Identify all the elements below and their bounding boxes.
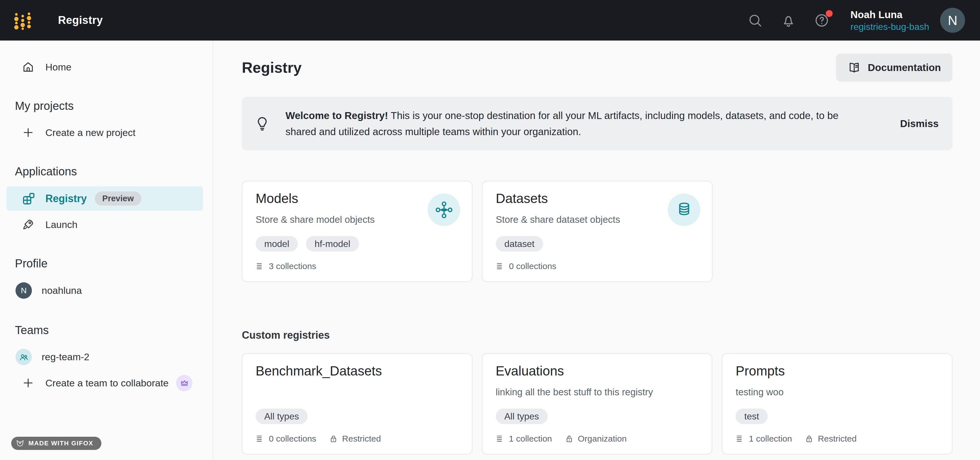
help-icon[interactable] (814, 12, 830, 29)
custom-registries-heading: Custom registries (242, 329, 953, 341)
card-description: Store & share dataset objects (496, 214, 620, 225)
card-tags: All types (256, 409, 308, 424)
card-footer: 1 collection Organization (496, 434, 640, 444)
collections-count: 0 collections (256, 434, 316, 444)
made-with-gifox-badge[interactable]: MADE WITH GIFOX (11, 437, 102, 450)
card-tags: test (736, 409, 768, 424)
lightbulb-icon (254, 115, 270, 132)
sidebar-section-applications: Applications (0, 163, 213, 179)
registry-grid-icon (22, 192, 36, 206)
sidebar-item-label: Registry (45, 193, 87, 205)
tag-pill: test (736, 409, 768, 424)
sidebar-item-label: noahluna (41, 285, 82, 296)
welcome-banner-title: Welcome to Registry! (285, 110, 388, 121)
visibility-status: Organization (565, 434, 627, 444)
custom-registries-row: Benchmark_Datasets All types 0 collectio… (242, 353, 953, 455)
rocket-icon (22, 218, 35, 231)
welcome-banner-text: Welcome to Registry! This is your one-st… (285, 107, 899, 140)
home-icon (22, 61, 35, 73)
sidebar-item-label: Launch (45, 219, 78, 230)
unlock-icon (565, 434, 574, 443)
sidebar-item-launch[interactable]: Launch (0, 213, 213, 236)
sidebar: Home My projects Create a new project Ap… (0, 40, 213, 460)
sidebar-section-profile: Profile (0, 255, 213, 272)
sidebar-item-registry-active[interactable]: Registry Preview (6, 186, 203, 211)
tag-pill: model (256, 236, 298, 252)
sidebar-item-team[interactable]: reg-team-2 (0, 344, 213, 369)
user-name: Noah Luna (851, 8, 902, 21)
avatar: N (16, 282, 32, 299)
collections-list-icon (256, 434, 265, 443)
tag-pill: hf-model (306, 236, 359, 252)
visibility-status: Restricted (329, 434, 381, 444)
user-account-menu[interactable]: Noah Luna registries-bug-bash (851, 8, 929, 32)
sidebar-section-teams: Teams (0, 322, 213, 338)
made-with-gifox-label: MADE WITH GIFOX (29, 439, 93, 447)
registry-card-benchmark-datasets[interactable]: Benchmark_Datasets All types 0 collectio… (242, 353, 473, 455)
lock-icon (805, 434, 814, 443)
registry-card-prompts[interactable]: Prompts testing woo test 1 collection (722, 353, 953, 455)
card-footer: 0 collections Restricted (256, 434, 393, 444)
top-navigation-bar: Registry (0, 0, 980, 40)
card-title: Datasets (496, 191, 548, 206)
card-tags: dataset (496, 236, 543, 252)
preview-badge: Preview (95, 192, 141, 206)
collections-count: 1 collection (736, 434, 792, 444)
sidebar-item-create-team[interactable]: Create a team to collaborate (0, 371, 213, 395)
documentation-button-label: Documentation (868, 62, 941, 73)
app-title: Registry (58, 14, 103, 26)
dismiss-button[interactable]: Dismiss (899, 118, 940, 130)
card-description: linking all the best stuff to this regis… (496, 387, 653, 398)
crown-icon (176, 375, 192, 391)
card-footer: 3 collections (256, 261, 329, 271)
visibility-status: Restricted (805, 434, 856, 444)
page-title: Registry (242, 59, 302, 76)
collections-count: 1 collection (496, 434, 552, 444)
registry-card-evaluations[interactable]: Evaluations linking all the best stuff t… (482, 353, 713, 455)
user-org-link[interactable]: registries-bug-bash (851, 21, 929, 32)
sidebar-section-my-projects: My projects (0, 98, 213, 114)
team-users-icon (16, 349, 32, 365)
collections-count: 3 collections (256, 261, 316, 271)
core-registries-row: Models Store & share model objects model… (242, 181, 953, 282)
tag-pill: All types (496, 409, 548, 424)
avatar[interactable]: N (940, 8, 965, 33)
registry-card-datasets[interactable]: Datasets Store & share dataset objects d… (482, 181, 713, 282)
card-tags: model hf-model (256, 236, 359, 252)
fox-icon (16, 439, 24, 448)
card-footer: 0 collections (496, 261, 569, 271)
card-tags: All types (496, 409, 548, 424)
card-title: Models (256, 191, 298, 206)
tag-pill: All types (256, 409, 308, 424)
card-title: Prompts (736, 363, 785, 379)
plus-icon (22, 377, 35, 389)
card-description: Store & share model objects (256, 214, 375, 225)
model-network-icon (428, 193, 460, 226)
sidebar-item-label: Home (45, 62, 72, 73)
sidebar-item-label: Create a new project (45, 127, 135, 138)
page-header: Registry Documentation (242, 53, 953, 82)
wandb-logo[interactable] (13, 10, 33, 30)
sidebar-item-home[interactable]: Home (0, 56, 213, 78)
lock-icon (329, 434, 338, 443)
welcome-banner: Welcome to Registry! This is your one-st… (242, 97, 953, 150)
database-icon (668, 193, 700, 226)
plus-icon (22, 126, 35, 139)
notification-dot (826, 10, 833, 17)
card-description: testing woo (736, 387, 784, 398)
sidebar-item-profile-user[interactable]: N noahluna (0, 278, 213, 303)
sidebar-item-label: Create a team to collaborate (45, 377, 169, 389)
card-title: Evaluations (496, 363, 564, 379)
collections-list-icon (496, 262, 505, 271)
sidebar-item-create-project[interactable]: Create a new project (0, 121, 213, 144)
registry-card-models[interactable]: Models Store & share model objects model… (242, 181, 473, 282)
topbar-icons (747, 12, 830, 29)
bell-icon[interactable] (780, 12, 797, 29)
collections-list-icon (496, 434, 505, 443)
search-icon[interactable] (747, 12, 763, 29)
collections-count: 0 collections (496, 261, 556, 271)
documentation-button[interactable]: Documentation (836, 53, 953, 81)
collections-list-icon (736, 434, 745, 443)
book-icon (848, 61, 861, 74)
card-footer: 1 collection Restricted (736, 434, 869, 444)
